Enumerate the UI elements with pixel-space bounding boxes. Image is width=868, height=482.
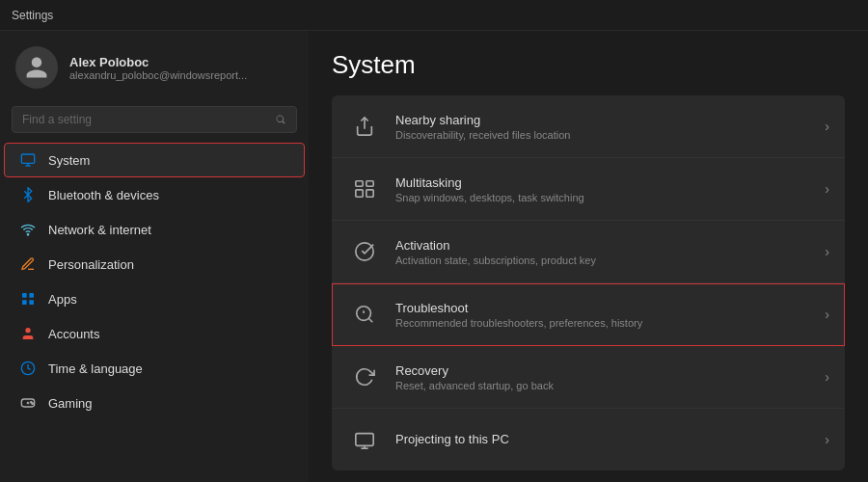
sidebar-item-bluetooth[interactable]: Bluetooth & devices xyxy=(4,177,305,212)
chevron-icon-multitasking: › xyxy=(825,181,829,197)
sidebar-item-label-accounts: Accounts xyxy=(48,327,99,341)
sidebar-item-label-bluetooth: Bluetooth & devices xyxy=(48,188,159,202)
setting-desc-recovery: Reset, advanced startup, go back xyxy=(395,380,825,391)
search-input[interactable] xyxy=(22,113,269,126)
setting-text-nearby-sharing: Nearby sharing Discoverability, received… xyxy=(395,113,825,141)
svg-rect-18 xyxy=(356,190,363,197)
sidebar: Alex Poloboc alexandru_poloboc@windowsre… xyxy=(0,31,309,482)
nav-list: System Bluetooth & devices Network & int… xyxy=(0,143,309,420)
user-profile[interactable]: Alex Poloboc alexandru_poloboc@windowsre… xyxy=(0,31,309,100)
svg-rect-6 xyxy=(22,300,27,305)
chevron-icon-activation: › xyxy=(825,244,829,259)
setting-item-nearby-sharing[interactable]: Nearby sharing Discoverability, received… xyxy=(332,95,845,158)
personalization-icon xyxy=(19,255,37,273)
sidebar-item-gaming[interactable]: Gaming xyxy=(4,386,305,420)
setting-text-activation: Activation Activation state, subscriptio… xyxy=(395,238,825,266)
content-area: 1 2 System Nearby sharing Discoverabilit… xyxy=(309,31,868,482)
svg-point-14 xyxy=(32,403,33,404)
sidebar-item-label-gaming: Gaming xyxy=(48,396,93,411)
svg-rect-0 xyxy=(21,154,34,163)
setting-title-troubleshoot: Troubleshoot xyxy=(395,301,825,315)
setting-text-multitasking: Multitasking Snap windows, desktops, tas… xyxy=(395,175,825,203)
svg-rect-7 xyxy=(29,300,34,305)
chevron-icon-troubleshoot: › xyxy=(825,307,829,322)
bluetooth-icon xyxy=(19,186,37,203)
person-icon xyxy=(24,55,49,80)
page-title: System xyxy=(332,50,845,80)
sidebar-item-system[interactable]: System xyxy=(4,143,305,177)
sidebar-item-label-network: Network & internet xyxy=(48,223,151,237)
accounts-icon xyxy=(19,325,37,342)
sidebar-item-network[interactable]: Network & internet xyxy=(4,212,305,247)
sidebar-item-accounts[interactable]: Accounts xyxy=(4,316,305,351)
setting-title-recovery: Recovery xyxy=(395,363,825,378)
setting-item-multitasking[interactable]: Multitasking Snap windows, desktops, tas… xyxy=(332,158,845,221)
projecting-icon xyxy=(347,422,382,457)
title-bar-text: Settings xyxy=(12,9,53,22)
user-name: Alex Poloboc xyxy=(69,55,247,69)
user-info: Alex Poloboc alexandru_poloboc@windowsre… xyxy=(69,55,247,81)
setting-desc-troubleshoot: Recommended troubleshooters, preferences… xyxy=(395,317,825,329)
svg-rect-24 xyxy=(356,434,373,446)
setting-item-recovery[interactable]: Recovery Reset, advanced startup, go bac… xyxy=(332,346,845,409)
setting-text-troubleshoot: Troubleshoot Recommended troubleshooters… xyxy=(395,301,825,329)
avatar xyxy=(15,46,58,89)
setting-item-troubleshoot[interactable]: Troubleshoot Recommended troubleshooters… xyxy=(332,283,845,346)
setting-item-activation[interactable]: Activation Activation state, subscriptio… xyxy=(332,221,845,283)
setting-desc-multitasking: Snap windows, desktops, task switching xyxy=(395,192,825,203)
svg-rect-5 xyxy=(29,293,34,298)
setting-item-projecting[interactable]: Projecting to this PC › xyxy=(332,409,845,470)
gaming-icon xyxy=(19,394,37,412)
search-container xyxy=(0,100,309,143)
chevron-icon-projecting: › xyxy=(825,432,829,447)
setting-title-multitasking: Multitasking xyxy=(395,175,825,190)
troubleshoot-icon xyxy=(347,297,382,332)
setting-text-recovery: Recovery Reset, advanced startup, go bac… xyxy=(395,363,825,391)
sidebar-item-label-apps: Apps xyxy=(48,292,77,307)
time-icon xyxy=(19,360,37,377)
sidebar-item-label-system: System xyxy=(48,153,90,168)
chevron-icon-nearby-sharing: › xyxy=(825,119,829,134)
setting-text-projecting: Projecting to this PC xyxy=(395,432,825,448)
setting-desc-nearby-sharing: Discoverability, received files location xyxy=(395,129,825,141)
network-icon xyxy=(19,221,37,238)
activation-icon xyxy=(347,234,382,269)
svg-rect-17 xyxy=(366,181,373,187)
svg-point-3 xyxy=(27,234,28,235)
multitasking-icon xyxy=(347,172,382,206)
setting-title-projecting: Projecting to this PC xyxy=(395,432,825,446)
apps-icon xyxy=(19,290,37,308)
svg-point-8 xyxy=(25,328,30,333)
search-box[interactable] xyxy=(12,106,297,133)
sidebar-item-label-time: Time & language xyxy=(48,362,143,376)
svg-rect-4 xyxy=(22,293,27,298)
sidebar-item-label-personalization: Personalization xyxy=(48,257,134,272)
nearby-sharing-icon xyxy=(347,109,382,144)
sidebar-item-apps[interactable]: Apps xyxy=(4,281,305,316)
recovery-icon xyxy=(347,360,382,394)
svg-rect-19 xyxy=(366,190,373,197)
system-icon xyxy=(19,151,37,169)
search-icon xyxy=(275,114,286,125)
setting-title-activation: Activation xyxy=(395,238,825,253)
main-layout: Alex Poloboc alexandru_poloboc@windowsre… xyxy=(0,31,868,482)
svg-point-20 xyxy=(356,243,373,260)
settings-list: Nearby sharing Discoverability, received… xyxy=(332,95,845,470)
setting-title-nearby-sharing: Nearby sharing xyxy=(395,113,825,127)
title-bar: Settings xyxy=(0,0,868,31)
user-email: alexandru_poloboc@windowsreport... xyxy=(69,69,247,81)
svg-rect-16 xyxy=(356,181,363,187)
sidebar-item-time[interactable]: Time & language xyxy=(4,351,305,386)
setting-desc-activation: Activation state, subscriptions, product… xyxy=(395,254,825,266)
chevron-icon-recovery: › xyxy=(825,369,829,385)
sidebar-item-personalization[interactable]: Personalization xyxy=(4,247,305,281)
